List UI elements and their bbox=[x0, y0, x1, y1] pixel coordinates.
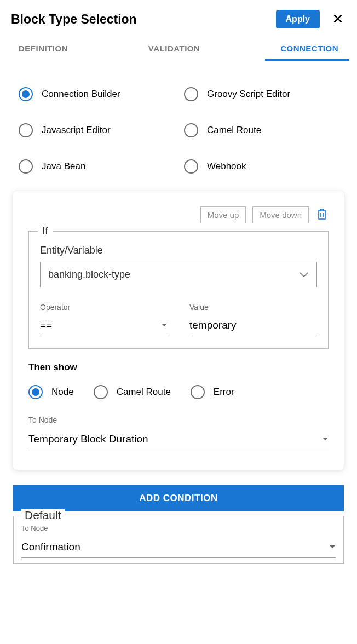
entity-select[interactable]: banking.block-type bbox=[40, 262, 317, 288]
trash-icon bbox=[316, 208, 327, 220]
operator-select[interactable]: == bbox=[40, 316, 168, 335]
radio-label: Connection Builder bbox=[42, 89, 120, 100]
close-icon bbox=[332, 13, 344, 25]
radio-icon bbox=[191, 385, 205, 399]
default-fieldset: Default To Node Confirmation bbox=[13, 516, 344, 564]
default-to-node-label: To Node bbox=[21, 524, 336, 532]
then-option-error[interactable]: Error bbox=[191, 385, 234, 399]
tab-validation[interactable]: VALIDATION bbox=[148, 44, 200, 61]
radio-label: Java Bean bbox=[42, 161, 85, 172]
entity-label: Entity/Variable bbox=[40, 245, 317, 256]
radio-label: Camel Route bbox=[207, 125, 261, 136]
radio-label: Camel Route bbox=[117, 387, 171, 398]
entity-value: banking.block-type bbox=[48, 269, 130, 280]
tab-definition[interactable]: DEFINITION bbox=[19, 44, 68, 61]
caret-down-icon bbox=[329, 545, 336, 549]
connection-type-groovy[interactable]: Groovy Script Editor bbox=[184, 87, 338, 101]
radio-icon bbox=[19, 87, 33, 101]
radio-icon bbox=[19, 123, 33, 137]
to-node-value: Temporary Block Duration bbox=[28, 433, 148, 445]
default-legend: Default bbox=[21, 509, 65, 522]
caret-down-icon bbox=[322, 437, 329, 441]
connection-type-camel[interactable]: Camel Route bbox=[184, 123, 338, 137]
chevron-down-icon bbox=[299, 272, 309, 278]
radio-label: Groovy Script Editor bbox=[207, 89, 290, 100]
value-input[interactable] bbox=[189, 316, 317, 335]
to-node-select[interactable]: Temporary Block Duration bbox=[28, 429, 329, 450]
radio-icon bbox=[28, 385, 43, 399]
if-legend: If bbox=[38, 225, 53, 237]
tab-connection[interactable]: CONNECTION bbox=[280, 44, 338, 61]
then-option-camel[interactable]: Camel Route bbox=[94, 385, 171, 399]
radio-label: Javascript Editor bbox=[42, 125, 111, 136]
move-up-button[interactable]: Move up bbox=[200, 206, 246, 223]
then-show-label: Then show bbox=[28, 362, 329, 373]
radio-icon bbox=[184, 123, 198, 137]
default-to-node-select[interactable]: Confirmation bbox=[21, 537, 336, 558]
radio-label: Error bbox=[214, 387, 234, 398]
if-fieldset: If Entity/Variable banking.block-type Op… bbox=[28, 231, 329, 349]
then-option-node[interactable]: Node bbox=[28, 385, 74, 399]
connection-type-javascript[interactable]: Javascript Editor bbox=[19, 123, 173, 137]
close-button[interactable] bbox=[330, 10, 346, 28]
radio-label: Node bbox=[51, 387, 74, 398]
to-node-label: To Node bbox=[28, 416, 329, 424]
radio-label: Webhook bbox=[207, 161, 246, 172]
operator-label: Operator bbox=[40, 303, 168, 312]
operator-value: == bbox=[40, 319, 52, 331]
connection-type-builder[interactable]: Connection Builder bbox=[19, 87, 173, 101]
radio-icon bbox=[184, 87, 198, 101]
tab-bar: DEFINITION VALIDATION CONNECTION bbox=[11, 44, 346, 61]
page-title: Block Type Selection bbox=[11, 12, 137, 27]
default-to-node-value: Confirmation bbox=[21, 541, 80, 553]
caret-down-icon bbox=[161, 323, 168, 327]
radio-icon bbox=[94, 385, 108, 399]
delete-button[interactable] bbox=[315, 207, 329, 223]
condition-card: Move up Move down If Entity/Variable ban… bbox=[13, 191, 344, 470]
move-down-button[interactable]: Move down bbox=[252, 206, 309, 223]
radio-icon bbox=[184, 159, 198, 174]
connection-type-webhook[interactable]: Webhook bbox=[184, 159, 338, 174]
value-label: Value bbox=[189, 303, 317, 312]
add-condition-button[interactable]: ADD CONDITION bbox=[13, 485, 344, 511]
apply-button[interactable]: Apply bbox=[276, 10, 320, 28]
radio-icon bbox=[19, 159, 33, 174]
connection-type-java-bean[interactable]: Java Bean bbox=[19, 159, 173, 174]
